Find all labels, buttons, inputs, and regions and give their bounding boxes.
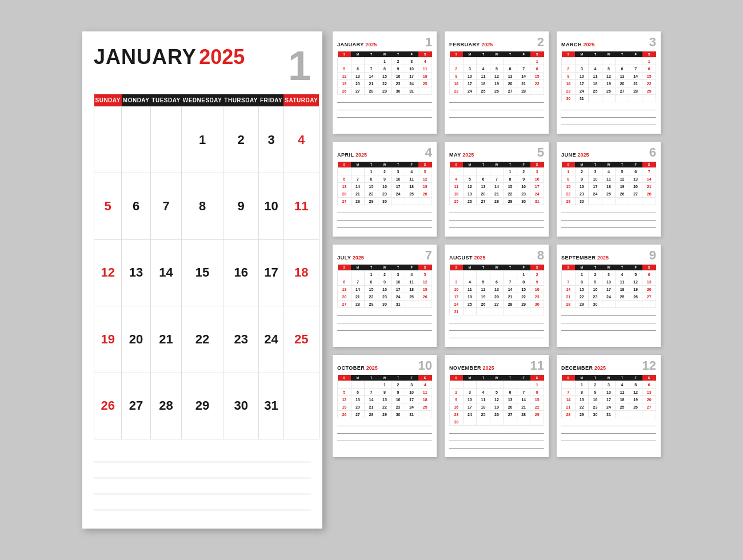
small-day: [504, 308, 517, 315]
big-day: 13: [122, 239, 151, 306]
small-year-label: 2025: [582, 42, 595, 47]
small-day: 17: [530, 183, 544, 190]
small-day: 6: [338, 278, 351, 286]
big-day: 9: [223, 173, 259, 239]
small-day: 9: [392, 389, 405, 396]
small-day: 13: [338, 183, 351, 190]
small-day: 16: [562, 80, 576, 87]
small-day: 15: [530, 73, 544, 80]
small-day-header: S: [562, 162, 576, 168]
small-day-header: T: [392, 375, 405, 381]
small-day: 31: [530, 198, 544, 205]
small-day: 26: [490, 87, 504, 95]
small-day: 14: [562, 396, 576, 403]
small-day-header: M: [463, 265, 477, 271]
small-day-header: W: [490, 265, 504, 271]
small-day-header: S: [418, 162, 432, 168]
small-note-line: [449, 223, 544, 228]
small-day: 23: [530, 293, 544, 301]
small-day: 27: [629, 190, 642, 198]
small-day-header: W: [602, 265, 616, 271]
small-day: [463, 418, 477, 426]
small-day: 7: [642, 168, 656, 175]
small-day: [504, 271, 517, 278]
small-day-header: M: [575, 375, 589, 381]
small-cal-header: MARCH 20253: [561, 36, 656, 49]
small-day: 13: [616, 73, 629, 80]
small-day: 21: [642, 183, 656, 190]
small-day-header: S: [530, 162, 544, 168]
small-day-header: S: [418, 51, 432, 58]
small-day: 14: [351, 286, 365, 293]
small-cal-number: 11: [530, 359, 544, 372]
small-day: 4: [418, 58, 432, 65]
note-line-4: [94, 501, 311, 510]
small-day: 10: [575, 73, 589, 80]
big-day: 3: [259, 107, 283, 173]
small-day: 5: [477, 278, 490, 286]
small-day: [616, 95, 629, 102]
small-day: [477, 308, 490, 315]
small-note-line: [561, 311, 656, 316]
small-note-line: [449, 334, 544, 338]
small-calendar-november: NOVEMBER 202511SMTWTFS123456789101112131…: [445, 355, 549, 457]
small-day: 11: [616, 389, 629, 396]
small-note-line: [337, 319, 432, 323]
small-day: 25: [450, 198, 464, 205]
small-day-header: S: [450, 51, 464, 58]
small-calendar-october: OCTOBER 202510SMTWTFS1234567891011121314…: [333, 355, 437, 457]
small-day: 15: [378, 73, 392, 80]
small-note-line: [561, 216, 656, 221]
small-day: 15: [530, 396, 544, 403]
small-cal-header: APRIL 20254: [337, 146, 432, 159]
small-month-label: JUNE: [561, 152, 576, 158]
small-day: 26: [477, 301, 490, 308]
small-day-header: T: [589, 162, 602, 168]
small-day: [365, 58, 378, 65]
small-day: 27: [504, 411, 517, 418]
small-day: 2: [450, 389, 464, 396]
small-day-header: M: [463, 375, 477, 381]
small-day: 8: [504, 175, 517, 183]
small-cal-number: 12: [642, 359, 656, 372]
small-day: [418, 301, 432, 308]
small-day: 21: [490, 190, 504, 198]
small-day: 1: [530, 58, 544, 65]
small-day: 29: [642, 87, 656, 95]
small-cal-header: JANUARY 20251: [337, 36, 432, 49]
small-day: 20: [477, 190, 490, 198]
small-day: [392, 198, 405, 205]
small-day: [589, 198, 602, 205]
small-day: 12: [338, 73, 351, 80]
small-day: 28: [629, 87, 642, 95]
small-day: 13: [629, 175, 642, 183]
small-day: 26: [418, 293, 432, 301]
small-day: 5: [629, 381, 642, 389]
small-day: 17: [405, 73, 418, 80]
small-note-line: [449, 319, 544, 323]
small-day: [504, 58, 517, 65]
small-day: 28: [351, 198, 365, 205]
small-day-header: S: [338, 265, 351, 271]
small-day: 10: [463, 396, 477, 403]
small-day: [517, 58, 530, 65]
small-day: 10: [392, 175, 405, 183]
small-day: [418, 198, 432, 205]
small-day: 27: [616, 87, 629, 95]
small-day: 29: [365, 198, 378, 205]
small-day: 30: [562, 95, 576, 102]
small-day: 14: [351, 183, 365, 190]
small-day: [562, 271, 576, 278]
small-day: 1: [575, 271, 589, 278]
small-calendars-grid: JANUARY 20251SMTWTFS12345678910111213141…: [333, 31, 661, 457]
small-day: 12: [477, 286, 490, 293]
small-day-header: S: [642, 162, 656, 168]
small-day: 26: [629, 293, 642, 301]
small-day: [490, 381, 504, 389]
small-note-line: [449, 216, 544, 221]
big-day: 10: [259, 173, 283, 239]
small-day: [418, 87, 432, 95]
small-day: 28: [562, 301, 576, 308]
small-day-header: W: [602, 162, 616, 168]
small-day: 6: [629, 168, 642, 175]
